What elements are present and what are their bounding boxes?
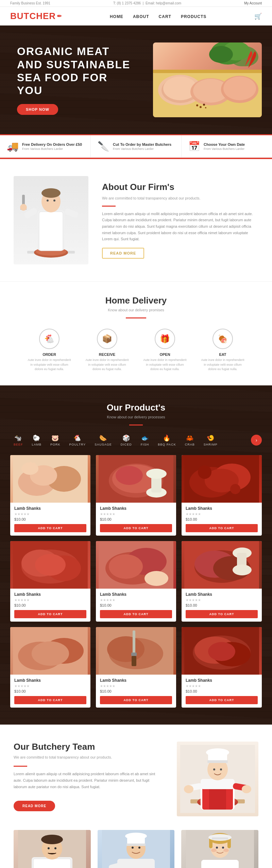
add-to-cart-5[interactable]: ADD TO CART [186,610,258,618]
nav-cart-icon-wrap[interactable]: 🛒 [254,13,262,20]
cat-shrimp[interactable]: 🍤 SHRIMP [200,432,221,448]
order-icon: 🐔 [44,334,54,344]
cat-sausage[interactable]: 🌭 SAUSAGE [91,432,115,448]
top-bar-account[interactable]: My Account [244,1,262,5]
add-to-cart-3[interactable]: ADD TO CART [14,610,86,618]
add-to-cart-6[interactable]: ADD TO CART [14,696,86,704]
meat-svg-2 [184,455,259,503]
eat-icon-border: 🍖 [213,329,233,349]
svg-point-93 [206,748,229,757]
svg-point-71 [32,641,69,666]
cat-fish[interactable]: 🐟 FISH [137,432,153,448]
add-to-cart-4[interactable]: ADD TO CART [100,610,172,618]
svg-rect-129 [201,860,239,868]
team-grid: Shams Tabrez ★★★★★ [14,830,258,868]
product-image-6 [10,627,90,675]
open-icon-border: 🎁 [155,329,175,349]
top-bar-family: Family Business Est. 1991 [10,1,50,5]
hero-title: ORGANIC MEAT AND SUSTAINABLE SEA FOOD FO… [17,45,131,97]
product-card-6: Lamb Shanks ★★★★★ $10.00 ADD TO CART [10,627,90,708]
product-price-1: $10.00 [100,517,172,521]
shop-now-button[interactable]: SHOP NOW [17,104,58,115]
svg-point-22 [41,188,61,198]
team-member-svg-1 [102,830,170,868]
add-to-cart-7[interactable]: ADD TO CART [100,696,172,704]
cat-diced[interactable]: 🎲 DICED [117,432,135,448]
svg-point-55 [35,554,66,576]
product-price-0: $10.00 [14,517,86,521]
fish-icon: 🐟 [141,434,149,442]
svg-point-106 [48,847,50,849]
product-info-4: Lamb Shanks ★★★★★ $10.00 ADD TO CART [96,589,176,622]
products-subtitle: Know about our delivery processes [10,415,262,419]
svg-point-100 [242,785,251,793]
nav-about[interactable]: About [133,14,149,19]
nav-links: Home About Cart Products [110,13,206,19]
svg-point-67 [233,565,252,575]
cat-poultry[interactable]: 🐔 POULTRY [66,432,89,448]
product-price-5: $10.00 [186,603,258,607]
delivery-icons: 🐔 ORDER Aute irure dolor in reprehenderi… [10,329,262,372]
svg-point-23 [47,199,49,202]
svg-rect-75 [133,630,135,654]
nav-cart[interactable]: Cart [159,14,171,19]
open-icon: 🎁 [160,334,170,344]
add-to-cart-8[interactable]: ADD TO CART [186,696,258,704]
nav-products[interactable]: Products [181,14,206,19]
pencil-icon: ✏ [57,13,62,19]
team-top: Our Butchery Team We are committed to to… [14,742,258,816]
eat-desc: Aute irure dolor in reprehenderit in vol… [201,358,245,372]
delivery-section: Home Delivery Know about our delivery pr… [0,281,272,385]
team-read-more-button[interactable]: READ MORE [14,801,55,811]
svg-point-96 [220,768,222,770]
feature-date-title: Choose Your Own Date [204,142,245,146]
shrimp-icon: 🍤 [207,434,215,442]
product-stars-1: ★★★★★ [100,512,172,516]
svg-rect-118 [117,859,155,868]
cat-pork[interactable]: 🐷 PORK [47,432,64,448]
cat-crab[interactable]: 🦀 CRAB [182,432,198,448]
meat-svg-0 [13,455,88,503]
about-text: About Our Firm's We are committed to tot… [102,182,258,259]
nav-home[interactable]: Home [110,14,123,19]
about-body: Lorem alienit quam aliquip ut mollit adi… [102,211,258,242]
team-title: Our Butchery Team [14,742,163,752]
delivery-item-open: 🎁 OPEN Aute irure dolor in reprehenderit… [143,329,187,372]
product-info-8: Lamb Shanks ★★★★★ $10.00 ADD TO CART [182,675,262,708]
product-name-5: Lamb Shanks [186,592,258,597]
cat-next-arrow[interactable]: › [251,435,262,446]
product-info-6: Lamb Shanks ★★★★★ $10.00 ADD TO CART [10,675,90,708]
svg-rect-76 [131,653,137,656]
product-image-8 [182,627,262,675]
cat-lamb[interactable]: 🐑 LAMB [29,432,45,448]
add-to-cart-2[interactable]: ADD TO CART [186,524,258,532]
svg-rect-94 [207,760,228,763]
delivery-item-order: 🐔 ORDER Aute irure dolor in reprehenderi… [27,329,71,372]
add-to-cart-0[interactable]: ADD TO CART [14,524,86,532]
svg-point-13 [200,106,202,108]
about-read-more-button[interactable]: READ MORE [102,248,144,259]
products-divider [129,424,143,426]
product-image-2 [182,455,262,503]
product-stars-2: ★★★★★ [186,512,258,516]
receive-label: RECEIVE [85,352,129,357]
delivery-icon: 🚚 [7,141,19,152]
feature-date-desc: From Various Butchers Larder [204,147,245,151]
product-stars-0: ★★★★★ [14,512,86,516]
add-to-cart-1[interactable]: ADD TO CART [100,524,172,532]
cat-bbq[interactable]: 🔥 BBQ PACK [154,432,179,448]
receive-desc: Aute irure dolor in reprehenderit in vol… [85,358,129,372]
product-name-1: Lamb Shanks [100,506,172,511]
product-card-3: Lamb Shanks ★★★★★ $10.00 ADD TO CART [10,541,90,622]
hero-meat-image [153,42,262,117]
bbq-icon: 🔥 [163,434,171,442]
cat-beef[interactable]: 🐄 BEEF [10,432,27,448]
about-butcher-image [14,176,88,264]
svg-rect-1 [153,70,262,73]
hero-image-wrap [148,42,272,117]
meat-svg-8 [184,627,259,675]
team-member-svg-2 [186,830,254,868]
meat-svg-6 [13,627,88,675]
open-desc: Aute irure dolor in reprehenderit in vol… [143,358,187,372]
cart-icon: 🛒 [254,13,262,20]
